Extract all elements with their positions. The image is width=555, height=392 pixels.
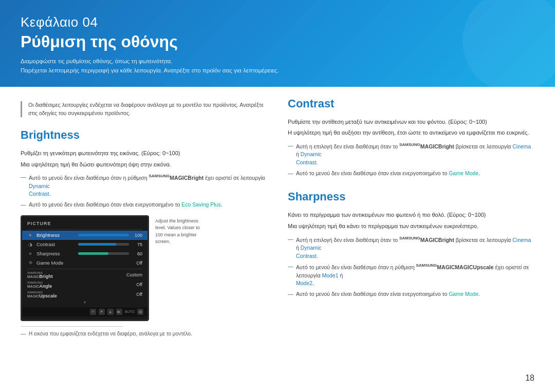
subtitle-line1: Διαμορφώστε τις ρυθμίσεις οθόνης, όπως τ… [21, 57, 534, 66]
monitor-sharpness-icon: ⊕ [27, 251, 33, 257]
brightness-bullet2: Αυτό το μενού δεν είναι διαθέσιμο όταν ε… [21, 201, 267, 209]
page-number: 18 [525, 374, 534, 383]
sharpness-bullet1: Αυτή η επιλογή δεν είναι διαθέσιμη όταν … [288, 235, 534, 260]
monitor-magicangle-brand: SAMSUNG MAGICAngle [27, 281, 52, 289]
monitor-magicupscale-value: Off [136, 292, 142, 297]
monitor-magicbright-value: Custom [126, 272, 142, 277]
monitor-brightness-value: 100 [132, 233, 142, 238]
monitor-sharpness-fill [78, 252, 108, 255]
monitor-brightness-label: Brightness [36, 232, 75, 238]
monitor-gamemode-row: ⚙ Game Mode Off [22, 258, 147, 268]
monitor-sharpness-row: ⊕ Sharpness 60 [22, 249, 147, 258]
monitor-brightness-fill [78, 234, 129, 236]
monitor-gamemode-label: Game Mode [36, 260, 75, 266]
monitor-contrast-fill [78, 243, 116, 246]
monitor-sharpness-label: Sharpness [36, 251, 75, 256]
monitor-magicbright-brand: SAMSUNG MAGICBright [27, 271, 53, 279]
monitor-container: PICTURE ■ Brightness 100 ◑ Contrast [21, 215, 267, 321]
monitor-sharpness-bar [78, 252, 129, 255]
monitor-btn-up[interactable]: ▲ [107, 309, 114, 315]
monitor-btn-down[interactable]: ▼ [99, 309, 105, 315]
monitor-contrast-label: Contrast [36, 241, 75, 247]
note-text: Οι διαθέσιμες λειτουργίες ενδέχεται να δ… [28, 101, 267, 118]
monitor-magicangle-value: Off [136, 282, 142, 287]
sharpness-heading: Sharpness [288, 190, 534, 203]
monitor-contrast-value: 75 [132, 242, 142, 247]
monitor-side-text: Adjust the brightness level. Values clos… [155, 215, 207, 321]
monitor-sharpness-value: 60 [132, 251, 142, 256]
sharpness-desc2: Μια υψηλότερη τιμή θα κάνει το περίγραμμ… [288, 222, 534, 231]
chapter-label: Κεφάλαιο 04 [21, 14, 534, 30]
monitor-menu-title: PICTURE [22, 221, 147, 228]
sharpness-bullet3: Αυτό το μενού δεν είναι διαθέσιμο όταν ε… [288, 290, 534, 298]
sharpness-bullet2: Αυτό το μενού δεν είναι διαθέσιμο όταν η… [288, 263, 534, 288]
contrast-bullets: Αυτή η επιλογή δεν είναι διαθέσιμη όταν … [288, 142, 534, 178]
brightness-bullet1: Αυτό το μενού δεν είναι διαθέσιμο όταν η… [21, 173, 267, 198]
monitor-btn-power[interactable]: ⏻ [137, 309, 143, 315]
monitor-auto-label: AUTO [125, 310, 135, 313]
monitor-contrast-icon: ◑ [27, 241, 33, 248]
monitor-display-icon: ■ [27, 232, 33, 238]
monitor-magicangle-row: SAMSUNG MAGICAngle Off [22, 280, 147, 290]
monitor-screen: PICTURE ■ Brightness 100 ◑ Contrast [21, 215, 149, 321]
contrast-desc2: Η υψηλότερη τιμή θα αυξήσει την αντίθεση… [288, 128, 534, 138]
top-note: Οι διαθέσιμες λειτουργίες ενδέχεται να δ… [21, 101, 267, 118]
left-column: Οι διαθέσιμες λειτουργίες ενδέχεται να δ… [21, 97, 267, 337]
brightness-heading: Brightness [21, 128, 267, 142]
monitor-gamemode-value: Off [136, 260, 142, 266]
contrast-desc1: Ρυθμίστε την αντίθεση μεταξύ των αντικει… [288, 118, 534, 127]
sharpness-desc1: Κάνει το περίγραμμα των αντικειμένων πιο… [288, 211, 534, 220]
contrast-bullet2: Αυτό το μενού δεν είναι διαθέσιμο όταν ε… [288, 170, 534, 178]
header-banner: Κεφάλαιο 04 Ρύθμιση της οθόνης Διαμορφώσ… [0, 0, 555, 87]
brightness-bullets: Αυτό το μενού δεν είναι διαθέσιμο όταν η… [21, 173, 267, 209]
monitor-magicupscale-brand: SAMSUNG MAGICUpscale [27, 291, 57, 298]
monitor-bottom-bar: ✕ ▼ ▲ ▶ AUTO ⏻ [22, 307, 147, 316]
main-content: Οι διαθέσιμες λειτουργίες ενδέχεται να δ… [0, 87, 555, 347]
monitor-brightness-bar [78, 234, 129, 236]
monitor-magicupscale-row: SAMSUNG MAGICUpscale Off [22, 290, 147, 300]
monitor-arrow: ▼ [22, 300, 147, 305]
right-column: Contrast Ρυθμίστε την αντίθεση μεταξύ τω… [288, 97, 534, 337]
sharpness-bullets: Αυτή η επιλογή δεν είναι διαθέσιμη όταν … [288, 235, 534, 298]
chapter-title: Ρύθμιση της οθόνης [21, 32, 534, 51]
divider-line [21, 326, 123, 327]
brightness-desc2: Μια υψηλότερη τιμή θα δώσει φωτεινότερη … [21, 160, 267, 170]
contrast-bullet1: Αυτή η επιλογή δεν είναι διαθέσιμη όταν … [288, 142, 534, 167]
footnote: Η εικόνα που εμφανίζεται ενδέχεται να δι… [21, 331, 267, 337]
monitor-btn-x[interactable]: ✕ [90, 309, 96, 315]
header-subtitle: Διαμορφώστε τις ρυθμίσεις οθόνης, όπως τ… [21, 57, 534, 76]
subtitle-line2: Παρέχεται λεπτομερής περιγραφή για κάθε … [21, 66, 534, 75]
monitor-contrast-bar [78, 243, 129, 246]
monitor-btn-enter[interactable]: ▶ [116, 309, 122, 315]
contrast-heading: Contrast [288, 97, 534, 110]
monitor-contrast-row: ◑ Contrast 75 [22, 240, 147, 249]
monitor-magicbright-row: SAMSUNG MAGICBright Custom [22, 270, 147, 280]
brightness-desc1: Ρυθμίζει τη γενικότερη φωτεινότητα της ε… [21, 149, 267, 158]
monitor-gamemode-icon: ⚙ [27, 260, 33, 266]
monitor-brightness-row: ■ Brightness 100 [22, 231, 147, 240]
